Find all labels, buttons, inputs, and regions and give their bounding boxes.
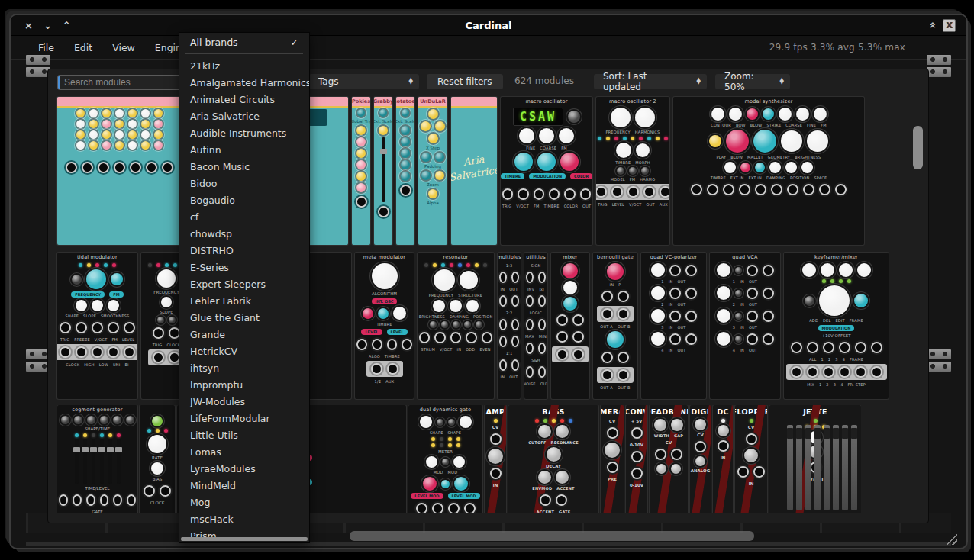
brand-menu-item[interactable]: Aria Salvatrice — [179, 108, 309, 124]
module-card[interactable]: macro oscillatorCSAWFINECOARSEFMTIMBREMO… — [501, 97, 592, 245]
brand-menu-item[interactable]: 21kHz — [179, 57, 309, 74]
brand-menu-item[interactable]: E-Series — [179, 259, 309, 275]
led-icon — [830, 279, 834, 283]
module-card[interactable]: modal synthesizerCONTOURBOWBLOWSTRIKECOA… — [673, 97, 864, 245]
brand-menu-item[interactable]: Grande — [179, 326, 309, 343]
module-card[interactable]: UnDuLaRX StepPaddingZoomAlpha — [418, 97, 447, 245]
module-card[interactable]: DEADBANDWIDTHGAPCV — [650, 405, 688, 513]
slider-icon[interactable] — [851, 425, 857, 510]
brand-menu-item[interactable]: Bidoo — [179, 175, 309, 191]
brand-menu-item[interactable]: Bogaudio — [179, 191, 309, 208]
slider-icon[interactable] — [108, 439, 112, 484]
control-label: OUT A — [600, 385, 613, 390]
tags-select[interactable]: Tags ▲▼ — [309, 74, 419, 89]
brand-menu-item[interactable]: Autinn — [179, 141, 309, 158]
knob-row — [353, 172, 369, 181]
menu-scrollbar[interactable] — [181, 537, 308, 541]
slider-icon[interactable] — [92, 439, 95, 484]
module-card[interactable] — [57, 97, 182, 245]
slider-icon[interactable] — [75, 439, 79, 484]
menubar-item-edit[interactable]: Edit — [74, 42, 92, 53]
menubar-item-file[interactable]: File — [38, 42, 54, 53]
control-label: SHAPE/TIME — [85, 426, 110, 431]
knob-icon — [695, 456, 705, 466]
sort-select[interactable]: Sort: Last updated ▲▼ — [594, 74, 707, 89]
module-card[interactable]: JETTE5V/OCT — [769, 405, 861, 513]
module-card[interactable]: mixer — [551, 253, 589, 399]
brand-menu-item[interactable]: Impromptu — [179, 376, 309, 393]
vertical-scrollbar[interactable] — [913, 126, 923, 169]
control-label: MOD — [448, 470, 458, 475]
module-card[interactable]: BASSCUTOFFRESONANCEDECAYENVMODACCENTACCE… — [508, 405, 598, 513]
brand-menu-item[interactable]: Fehler Fabrik — [179, 292, 309, 309]
slider-icon[interactable] — [787, 425, 793, 510]
brand-menu-item[interactable]: ihtsyn — [179, 359, 309, 376]
brand-menu-item-all[interactable]: All brands ✓ — [179, 33, 309, 51]
module-card[interactable]: MERACVPRE — [601, 405, 624, 513]
brand-menu-item[interactable]: Little Utils — [179, 426, 309, 443]
window-shade-icon[interactable]: » — [925, 21, 937, 28]
module-card[interactable]: FLOPPERCVIN — [735, 405, 767, 513]
module-card[interactable]: meta modulatorALGORITHMINT. OSCTIMBRELEV… — [355, 253, 414, 399]
module-card[interactable]: macro oscillator 2FREQUENCYHARMONICSTIMB… — [596, 97, 669, 245]
brand-menu-item[interactable]: cf — [179, 208, 309, 225]
jack-icon — [556, 314, 568, 326]
slider-icon[interactable] — [814, 425, 821, 510]
brand-menu-item[interactable]: mscHack — [179, 510, 309, 527]
brand-menu-item[interactable]: HetrickCV — [179, 343, 309, 359]
module-card[interactable]: quad VCA1INOUT2INOUT3INOUT4INOUT — [710, 253, 780, 399]
module-card[interactable]: AriaSalvatrice — [451, 97, 497, 245]
module-card[interactable]: GrabbyExt. Scale — [374, 97, 392, 245]
slider-icon[interactable] — [824, 425, 830, 510]
module-card[interactable]: quad VC-polarizer1INOUT2INOUT3INOUT4INOU… — [641, 253, 706, 399]
brand-menu-item[interactable]: JW-Modules — [179, 393, 309, 410]
slider-icon[interactable] — [382, 137, 385, 202]
brand-menu-item[interactable]: Bacon Music — [179, 158, 309, 175]
slider-icon[interactable] — [100, 439, 104, 484]
slider-icon[interactable] — [796, 425, 802, 510]
search-input[interactable] — [57, 75, 185, 90]
brand-menu-item[interactable]: DISTRHO — [179, 242, 309, 259]
module-card[interactable]: multiples1:3INOUT2:21:1INOUT — [498, 253, 521, 399]
menubar-item-view[interactable]: View — [112, 42, 135, 53]
slider-icon[interactable] — [842, 425, 848, 510]
knob-row — [398, 149, 413, 158]
brand-menu-item[interactable]: Glue the Giant — [179, 309, 309, 326]
module-card[interactable]: resonatorFREQUENCYSTRUCTUREBRIGHTNESSDAM… — [418, 253, 494, 399]
module-card[interactable]: RATEBIASCLOCK — [140, 405, 175, 513]
brand-menu-item[interactable]: Amalgamated Harmonics — [179, 74, 309, 91]
brand-menu-item[interactable]: MindMeld — [179, 477, 309, 494]
zoom-select[interactable]: Zoom: 50% ▲▼ — [715, 74, 790, 89]
brand-menu-item[interactable]: LyraeModules — [179, 460, 309, 477]
module-title: Rotatoes — [396, 97, 414, 108]
brand-menu-item[interactable]: Animated Circuits — [179, 91, 309, 108]
slider-icon[interactable] — [805, 425, 811, 510]
module-card[interactable]: dual dynamics gateSHAPESHAPEMETERMODMODL… — [408, 405, 482, 513]
brand-menu-item[interactable]: Audible Instruments — [179, 124, 309, 141]
module-card[interactable]: PokiesGlobal Trig — [352, 97, 370, 245]
module-card[interactable]: DIGICVANALOG — [690, 405, 711, 513]
module-card[interactable]: segment generatorSHAPE/TIMETIME/LEVELGAT… — [57, 405, 137, 513]
jack-row — [596, 184, 669, 200]
brand-menu-item[interactable]: Lomas — [179, 443, 309, 460]
module-card[interactable]: DCIN — [713, 405, 733, 513]
module-card[interactable]: keyframer/mixerADDDELEDITFRAMEMODULATION… — [784, 253, 889, 399]
slider-icon[interactable] — [833, 425, 839, 510]
reset-filters-button[interactable]: Reset filters — [427, 74, 503, 89]
slider-icon[interactable] — [117, 439, 121, 484]
brand-menu-item[interactable]: Mog — [179, 494, 309, 510]
module-card[interactable]: AMPCVIN — [485, 405, 506, 513]
app-icon[interactable]: X — [943, 19, 956, 32]
brand-menu-item[interactable]: Expert Sleepers — [179, 275, 309, 292]
slider-icon[interactable] — [83, 439, 87, 484]
control-label: IN — [669, 325, 673, 330]
horizontal-scrollbar[interactable] — [350, 531, 754, 541]
module-card[interactable]: RotatoesExt. Scale — [396, 97, 414, 245]
module-card[interactable]: CONV+ 5V0-10V0-10V — [626, 405, 647, 513]
brand-menu-item[interactable]: chowdsp — [179, 225, 309, 242]
module-card[interactable]: tidal modulatorFREQUENCYFMSHAPESLOPESMOO… — [57, 253, 137, 399]
module-card[interactable]: bernoulli gateINPOUT AOUT BOUT AOUT B — [593, 253, 637, 399]
control-label: OUT — [509, 375, 518, 379]
module-card[interactable]: utilitiesSIGNINV|x|LOGICMAXMINS&HNOISEOU… — [524, 253, 547, 399]
brand-menu-item[interactable]: LifeFormModular — [179, 410, 309, 426]
